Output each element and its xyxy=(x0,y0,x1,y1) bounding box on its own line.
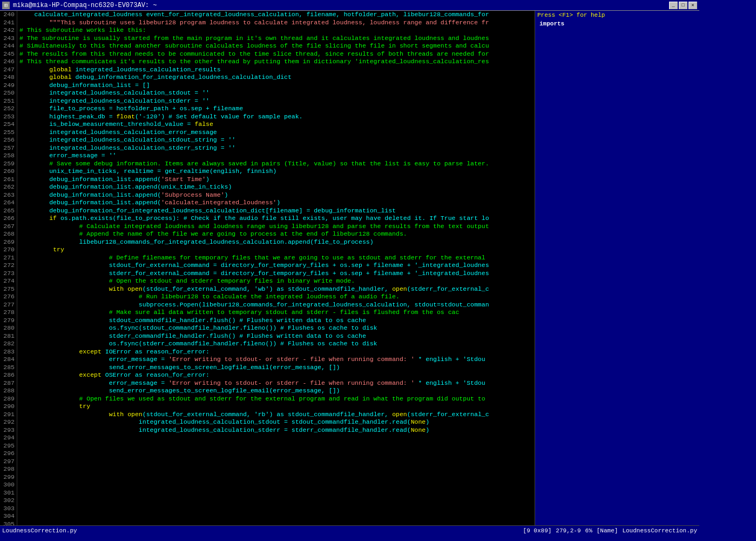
code-line: # The results from this thread needs to … xyxy=(19,50,532,58)
line-number: 285 xyxy=(2,364,15,372)
main-content: 2402412422432442452462472482492502512522… xyxy=(0,11,699,525)
line-number: 304 xyxy=(2,512,15,520)
line-number: 295 xyxy=(2,442,15,450)
code-line: # Simultaneusly to this thread another s… xyxy=(19,42,532,50)
line-number: 305 xyxy=(2,520,15,526)
line-number: 240 xyxy=(2,11,15,19)
close-button[interactable]: ✕ xyxy=(688,2,697,9)
code-line: with open(stdout_for_external_command, '… xyxy=(19,285,532,293)
line-number: 252 xyxy=(2,105,15,113)
line-number: 299 xyxy=(2,473,15,482)
line-number: 294 xyxy=(2,434,15,442)
line-number: 271 xyxy=(2,254,15,262)
line-number: 284 xyxy=(2,356,15,364)
code-line: debug_information_list.append('Subproces… xyxy=(19,191,532,199)
code-line: highest_peak_db = float('-120') # Set de… xyxy=(19,113,532,121)
code-line: with open(stdout_for_external_command, '… xyxy=(19,411,532,419)
code-line: error_message = 'Error writing to stdout… xyxy=(19,379,532,388)
code-line: # Run libebur128 to calculate the integr… xyxy=(19,293,532,301)
line-number: 246 xyxy=(2,58,15,66)
code-line: stderr_commandfile_handler.flush() # Flu… xyxy=(19,332,532,340)
titlebar-title: mika@mika-HP-Compaq-nc6320-EV073AV: ~ xyxy=(13,2,157,9)
line-numbers: 2402412422432442452462472482492502512522… xyxy=(0,11,17,525)
code-line: error_message = 'Error writing to stdout… xyxy=(19,356,532,364)
line-number: 251 xyxy=(2,97,15,105)
status-filename: LoudnessCorrection.py xyxy=(2,527,77,534)
code-line: file_to_process = hotfolder_path + os.se… xyxy=(19,105,532,113)
line-number: 262 xyxy=(2,183,15,191)
line-number: 280 xyxy=(2,324,15,332)
editor-pane: 2402412422432442452462472482492502512522… xyxy=(0,11,535,525)
code-line: integrated_loudness_calculation_stdout_s… xyxy=(19,136,532,144)
code-line: libebur128_commands_for_integrated_loudn… xyxy=(19,238,532,246)
line-number: 243 xyxy=(2,35,15,43)
line-number: 303 xyxy=(2,505,15,513)
line-number: 286 xyxy=(2,371,15,379)
line-number: 279 xyxy=(2,317,15,325)
line-number: 255 xyxy=(2,129,15,137)
code-line: # Save some debug information. Items are… xyxy=(19,160,532,168)
line-number: 265 xyxy=(2,207,15,215)
line-number: 254 xyxy=(2,121,15,129)
line-number: 301 xyxy=(2,489,15,497)
line-number: 256 xyxy=(2,136,15,144)
line-number: 249 xyxy=(2,82,15,90)
statusbar: LoudnessCorrection.py [9 0x89] 279,2-9 6… xyxy=(0,525,699,535)
code-area[interactable]: 2402412422432442452462472482492502512522… xyxy=(0,11,535,525)
line-number: 269 xyxy=(2,238,15,246)
code-line: debug_information_list.append(unix_time_… xyxy=(19,183,532,191)
line-number: 277 xyxy=(2,301,15,309)
line-number: 248 xyxy=(2,74,15,82)
code-line: global integrated_loudness_calculation_r… xyxy=(19,66,532,74)
line-number: 257 xyxy=(2,144,15,152)
line-number: 260 xyxy=(2,168,15,176)
line-number: 297 xyxy=(2,458,15,466)
outline-list[interactable] xyxy=(535,28,699,525)
code-line: def calculate_integrated_loudness(event_… xyxy=(19,11,532,19)
code-line: subprocess.Popen(libebur128_commands_for… xyxy=(19,301,532,309)
minimize-button[interactable]: _ xyxy=(669,2,678,9)
maximize-button[interactable]: □ xyxy=(679,2,687,9)
code-line: error_message = '' xyxy=(19,152,532,160)
code-line: # Define filenames for temporary files t… xyxy=(19,254,532,262)
line-number: 261 xyxy=(2,176,15,184)
line-number: 289 xyxy=(2,395,15,403)
code-line: debug_information_list.append('Start Tim… xyxy=(19,176,532,184)
code-line: # Calculate integrated loudness and loud… xyxy=(19,223,532,231)
status-cursor: 279,2-9 xyxy=(556,527,580,534)
code-line: except OSError as reason_for_error: xyxy=(19,371,532,379)
line-number: 282 xyxy=(2,340,15,348)
line-number: 298 xyxy=(2,465,15,473)
code-line: debug_information_list = [] xyxy=(19,82,532,90)
line-number: 276 xyxy=(2,293,15,301)
code-line: is_below_measurement_threshold_value = f… xyxy=(19,121,532,129)
line-number: 292 xyxy=(2,418,15,426)
line-number: 290 xyxy=(2,403,15,411)
code-line: if os.path.exists(file_to_process): # Ch… xyxy=(19,215,532,223)
code-line: stdout_commandfile_handler.flush() # Flu… xyxy=(19,317,532,325)
line-number: 270 xyxy=(2,246,15,254)
line-number: 267 xyxy=(2,223,15,231)
line-number: 258 xyxy=(2,152,15,160)
code-line: send_error_messages_to_screen_logfile_em… xyxy=(19,364,532,372)
code-line: # Open files we used as stdout and stder… xyxy=(19,395,532,403)
help-text: Press <F1> for help xyxy=(535,11,699,19)
status-position: [9 0x89] xyxy=(523,527,552,534)
line-number: 247 xyxy=(2,66,15,74)
code-line: ▌ try: xyxy=(19,246,532,254)
line-number: 283 xyxy=(2,348,15,356)
status-name-label: [Name] xyxy=(597,527,618,534)
code-line: debug_information_list.append('calculate… xyxy=(19,199,532,207)
line-number: 268 xyxy=(2,230,15,238)
code-content[interactable]: def calculate_integrated_loudness(event_… xyxy=(17,11,535,525)
line-number: 296 xyxy=(2,450,15,458)
titlebar-controls: _ □ ✕ xyxy=(669,2,697,9)
line-number: 250 xyxy=(2,89,15,97)
line-number: 278 xyxy=(2,309,15,317)
line-number: 259 xyxy=(2,160,15,168)
line-number: 287 xyxy=(2,379,15,388)
line-number: 272 xyxy=(2,262,15,270)
code-line: integrated_loudness_calculation_stderr_s… xyxy=(19,144,532,152)
titlebar: ⊞ mika@mika-HP-Compaq-nc6320-EV073AV: ~ … xyxy=(0,0,699,11)
code-line: # The subroutine is usually started from… xyxy=(19,35,532,43)
